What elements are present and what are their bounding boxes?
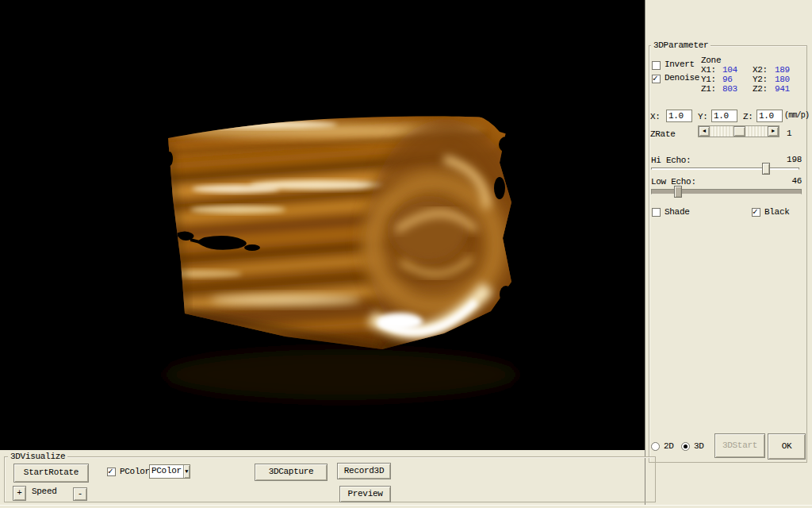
x-scale-input[interactable] <box>666 110 692 122</box>
pcolor-dropdown[interactable]: PColor ▼ <box>149 464 190 479</box>
zone-z1-value: 803 <box>722 84 737 94</box>
pcolor-checkbox[interactable] <box>107 468 116 476</box>
y-scale-input[interactable] <box>711 110 737 122</box>
hi-echo-groove <box>651 167 799 170</box>
zone-z2-label: Z2: <box>753 84 768 94</box>
speed-minus-button[interactable]: - <box>73 487 87 501</box>
mode-3d-label: 3D <box>694 441 704 452</box>
visualize-groupbox <box>4 456 656 502</box>
pcolor-label: PColor <box>120 467 150 477</box>
preview-button[interactable]: Preview <box>339 486 391 502</box>
visualize-groupbox-title: 3DVisualize <box>8 452 67 462</box>
scale-unit-label: (mm/p) <box>784 111 809 121</box>
z-scale-label: Z: <box>743 112 753 122</box>
hi-echo-thumb[interactable] <box>762 163 770 175</box>
invert-checkbox[interactable] <box>652 61 661 70</box>
zone-z1-label: Z1: <box>701 84 716 94</box>
ok-button[interactable]: OK <box>768 433 806 460</box>
zrate-thumb[interactable] <box>733 126 745 137</box>
parameter-groupbox-title: 3DParameter <box>651 40 710 51</box>
zrate-value: 1 <box>787 129 791 139</box>
hi-echo-slider[interactable] <box>651 163 799 175</box>
denoise-checkbox[interactable] <box>652 75 661 83</box>
black-checkbox[interactable] <box>752 208 760 217</box>
denoise-label: Denoise <box>665 73 699 83</box>
low-echo-slider[interactable] <box>651 186 802 198</box>
bottom-edge <box>0 505 812 508</box>
speed-label: Speed <box>32 487 57 497</box>
zrate-label: ZRate <box>650 129 676 140</box>
zone-z2-value: 941 <box>775 84 790 94</box>
mode-2d-label: 2D <box>664 441 674 452</box>
x-scale-label: X: <box>650 112 661 122</box>
speed-plus-button[interactable]: + <box>13 486 26 501</box>
black-label: Black <box>764 207 790 217</box>
shade-label: Shade <box>665 207 690 217</box>
shade-checkbox[interactable] <box>652 208 661 217</box>
invert-label: Invert <box>665 60 695 70</box>
y-scale-label: Y: <box>698 112 708 122</box>
capture3d-button[interactable]: 3DCapture <box>255 464 327 481</box>
3d-volume-render <box>0 0 645 450</box>
start-rotate-button[interactable]: StartRotate <box>13 464 89 483</box>
parameter-groupbox <box>649 45 807 463</box>
mode-2d-radio[interactable] <box>651 442 660 451</box>
pcolor-dropdown-arrow-icon[interactable]: ▼ <box>183 465 190 478</box>
zrate-left-arrow[interactable]: ◄ <box>699 126 710 137</box>
application-window: 3DParameter Invert Denoise Zone X1: 104 … <box>0 0 812 508</box>
zrate-right-arrow[interactable]: ► <box>768 126 779 137</box>
z-scale-input[interactable] <box>756 110 783 122</box>
record3d-button[interactable]: Record3D <box>337 463 391 479</box>
pcolor-dropdown-value: PColor <box>150 466 183 476</box>
start3d-button[interactable]: 3DStart <box>714 433 765 458</box>
low-echo-thumb[interactable] <box>674 186 682 198</box>
mode-3d-radio[interactable] <box>681 442 690 451</box>
3d-viewport[interactable] <box>0 0 645 450</box>
zrate-scrollbar[interactable]: ◄ ► <box>698 125 779 137</box>
